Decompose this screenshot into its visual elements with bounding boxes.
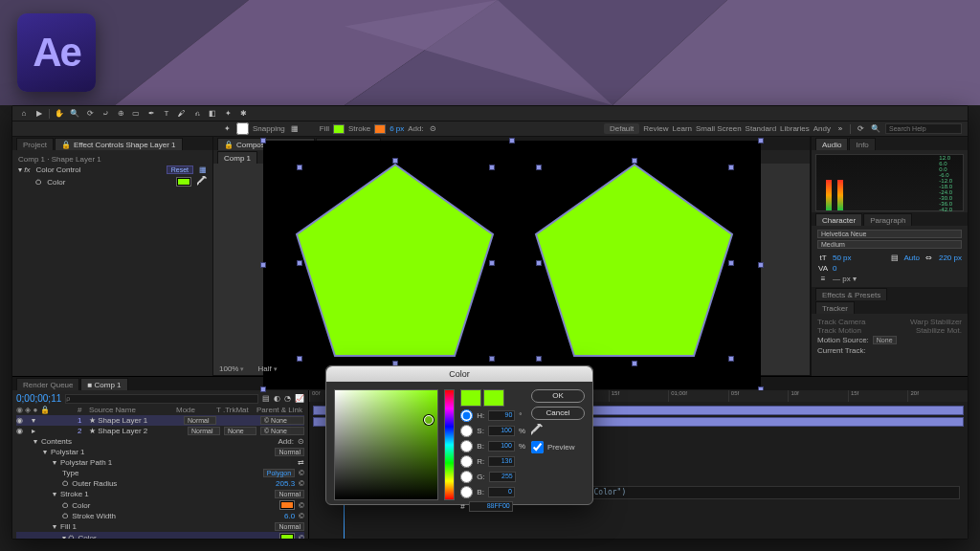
rectangle-tool-icon[interactable]: ▭	[130, 108, 142, 120]
cancel-button[interactable]: Cancel	[531, 407, 585, 420]
motion-source-select[interactable]: None	[873, 336, 897, 344]
add-menu-icon[interactable]: ⊙	[428, 123, 439, 135]
s-value[interactable]: 100	[488, 426, 515, 436]
eraser-tool-icon[interactable]: ◧	[207, 108, 218, 120]
motionblur-icon[interactable]: ◔	[284, 394, 291, 403]
font-style-select[interactable]: Medium	[817, 240, 962, 249]
hue-slider[interactable]	[444, 389, 455, 500]
radio-bl[interactable]	[460, 486, 473, 498]
h-value[interactable]: 90	[488, 410, 515, 421]
type-tool-icon[interactable]: T	[161, 108, 172, 120]
dialog-eyedropper-icon[interactable]	[531, 424, 543, 435]
workspace-standard[interactable]: Standard	[746, 124, 776, 133]
tab-paragraph[interactable]: Paragraph	[863, 213, 912, 226]
radio-r[interactable]	[460, 455, 473, 468]
bezier-icon[interactable]: ✦	[221, 123, 233, 135]
tab-info[interactable]: Info	[849, 138, 875, 150]
tab-timeline-comp[interactable]: ■ Comp 1	[80, 378, 127, 390]
clone-tool-icon[interactable]: ⎌	[191, 108, 203, 120]
tab-project[interactable]: Project	[16, 138, 54, 150]
font-family-select[interactable]: Helvetica Neue	[817, 230, 962, 238]
composition-viewer[interactable]: 100% Half	[213, 164, 810, 376]
g-value[interactable]: 255	[489, 472, 516, 482]
param-color-swatch[interactable]	[176, 177, 191, 187]
sync-settings-icon[interactable]: ⟳	[855, 123, 866, 135]
pen-tool-icon[interactable]: ✒	[145, 108, 157, 120]
radio-b[interactable]	[460, 440, 473, 452]
filter-icon[interactable]: ▤	[262, 394, 270, 403]
color-cursor[interactable]	[424, 415, 434, 425]
brush-tool-icon[interactable]: 🖌	[176, 108, 188, 120]
anchor-tool-icon[interactable]: ⊕	[115, 108, 126, 120]
fx-options-icon[interactable]: ▦	[199, 165, 207, 174]
radio-h[interactable]	[460, 409, 473, 422]
track-motion-button[interactable]: Track Motion	[817, 326, 861, 335]
layer-row-1[interactable]: ◉ ▾1 ★ Shape Layer 1 Normal © None	[16, 415, 304, 426]
workspace-overflow-icon[interactable]: »	[835, 123, 846, 135]
reset-button[interactable]: Reset	[167, 165, 193, 174]
workspace-andy[interactable]: Andy	[813, 124, 831, 133]
roto-tool-icon[interactable]: ✦	[222, 108, 234, 120]
orbit-tool-icon[interactable]: ⟳	[84, 108, 96, 120]
zoom-dropdown[interactable]: 100%	[219, 364, 244, 373]
tab-effect-controls[interactable]: 🔒Effect Controls Shape Layer 1	[55, 138, 183, 150]
workspace-smallscreen[interactable]: Small Screen	[696, 124, 742, 133]
stroke-color-swatch[interactable]	[279, 500, 295, 510]
stabilize-motion-button[interactable]: Stabilize Mot.	[916, 326, 962, 335]
tab-character[interactable]: Character	[815, 213, 862, 226]
workspace-default[interactable]: Default	[604, 123, 639, 134]
workspace-review[interactable]: Review	[643, 124, 668, 133]
selection-tool-icon[interactable]: ▶	[33, 108, 45, 120]
hand-tool-icon[interactable]: ✋	[54, 108, 65, 120]
stroke-width-value-tl[interactable]: 6.0	[284, 512, 295, 520]
shy-icon[interactable]: ◐	[274, 394, 280, 403]
zoom-tool-icon[interactable]: 🔍	[69, 108, 80, 120]
r-value[interactable]: 136	[488, 456, 515, 467]
puppet-tool-icon[interactable]: ✱	[237, 108, 249, 120]
fill-swatch[interactable]	[333, 124, 345, 134]
hex-value[interactable]: 88FF00	[469, 501, 513, 512]
preview-checkbox[interactable]	[531, 441, 544, 453]
tab-tracker[interactable]: Tracker	[815, 301, 855, 314]
tab-audio[interactable]: Audio	[815, 138, 848, 150]
subtab-comp1[interactable]: Comp 1	[217, 151, 257, 164]
pentagon-layer-1[interactable]	[297, 165, 493, 356]
workspace-learn[interactable]: Learn	[673, 124, 692, 133]
graph-editor-icon[interactable]: 📈	[295, 394, 304, 403]
rotate-tool-icon[interactable]: ⤾	[100, 108, 111, 120]
current-time[interactable]: 0;00;00;11	[16, 393, 61, 404]
home-icon[interactable]: ⌂	[18, 108, 30, 120]
tab-effects-presets[interactable]: Effects & Presets	[815, 288, 887, 300]
timeline-search-input[interactable]	[65, 394, 258, 404]
tab-render-queue[interactable]: Render Queue	[16, 378, 79, 390]
tracking-value[interactable]: 0	[833, 264, 836, 273]
effect-name[interactable]: Color Control	[35, 165, 80, 174]
search-icon[interactable]: 🔍	[870, 123, 881, 135]
polystar-type-select[interactable]: Polygon	[263, 469, 295, 477]
resolution-dropdown[interactable]: Half	[257, 364, 277, 373]
kerning-value[interactable]: 220 px	[939, 253, 962, 262]
workspace-libraries[interactable]: Libraries	[780, 124, 810, 133]
outer-radius-value[interactable]: 205.3	[276, 479, 295, 488]
warp-stabilizer-button[interactable]: Warp Stabilizer	[910, 318, 962, 326]
canvas[interactable]	[263, 141, 761, 389]
stroke-swatch[interactable]	[374, 124, 386, 134]
eyedropper-icon[interactable]	[197, 176, 207, 187]
pentagon-layer-2[interactable]	[536, 165, 732, 356]
font-size-value[interactable]: 50 px	[833, 253, 852, 262]
track-camera-button[interactable]: Track Camera	[817, 318, 865, 326]
leading-value[interactable]: Auto	[904, 253, 920, 262]
snap-opt-icon[interactable]: ▦	[289, 123, 301, 135]
br-value[interactable]: 100	[488, 441, 515, 452]
color-field[interactable]	[334, 389, 438, 500]
search-help-input[interactable]	[885, 123, 962, 134]
ok-button[interactable]: OK	[531, 389, 585, 403]
fill-color-swatch[interactable]	[279, 533, 295, 539]
radio-g[interactable]	[460, 471, 473, 483]
param-color[interactable]: Color	[47, 178, 65, 187]
add-shape-icon[interactable]: ⊙	[298, 437, 304, 446]
layer-row-2[interactable]: ◉ ▸2 ★ Shape Layer 2 Normal None © None	[16, 426, 304, 436]
radio-s[interactable]	[460, 425, 473, 437]
bl-value[interactable]: 0	[488, 487, 515, 497]
snapping-checkbox[interactable]	[236, 122, 249, 135]
